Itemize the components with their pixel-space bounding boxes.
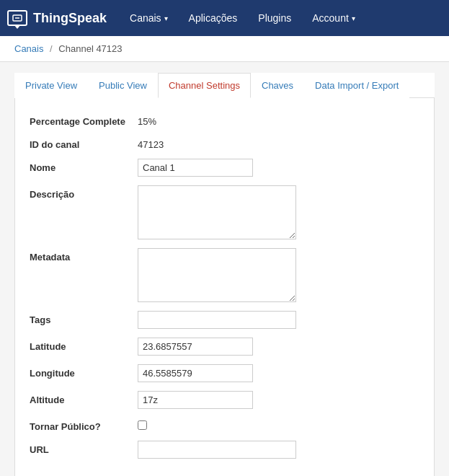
- nav-item-aplicacoes[interactable]: Aplicações: [180, 2, 246, 34]
- field-nome: Nome: [30, 159, 419, 177]
- label-metadata: Metadata: [30, 248, 138, 263]
- nav-item-canais[interactable]: Canais ▾: [121, 2, 177, 34]
- breadcrumb-root[interactable]: Canais: [14, 43, 43, 54]
- label-descricao: Descrição: [30, 185, 138, 200]
- input-latitude[interactable]: [138, 338, 253, 356]
- breadcrumb-current: Channel 47123: [58, 43, 122, 54]
- field-url: URL: [30, 441, 419, 459]
- nav-menu: Canais ▾ Aplicações Plugins Account ▾: [121, 2, 364, 34]
- textarea-descricao[interactable]: [138, 185, 296, 239]
- input-longitude[interactable]: [138, 364, 253, 382]
- label-id-canal: ID do canal: [30, 136, 138, 150]
- value-percentage-complete: 15%: [138, 113, 156, 127]
- brand-logo[interactable]: ThingSpeak: [7, 10, 107, 26]
- breadcrumb: Canais / Channel 47123: [0, 36, 449, 62]
- nav-link-account[interactable]: Account ▾: [303, 2, 364, 34]
- tab-private-view[interactable]: Private View: [14, 73, 88, 98]
- input-tags[interactable]: [138, 311, 296, 329]
- navbar: ThingSpeak Canais ▾ Aplicações Plugins A…: [0, 0, 449, 36]
- field-altitude: Altitude: [30, 391, 419, 409]
- account-caret-icon: ▾: [352, 14, 355, 22]
- nav-link-plugins[interactable]: Plugins: [249, 2, 300, 34]
- field-longitude: Longitude: [30, 364, 419, 382]
- field-tornar-publico: Tornar Público?: [30, 418, 419, 432]
- tab-public-view[interactable]: Public View: [88, 73, 158, 98]
- nav-link-aplicacoes[interactable]: Aplicações: [180, 2, 246, 34]
- input-nome[interactable]: [138, 159, 253, 177]
- field-id-canal: ID do canal 47123: [30, 136, 419, 150]
- field-metadata: Metadata: [30, 248, 419, 302]
- tab-bar: Private View Public View Channel Setting…: [14, 73, 435, 98]
- form-panel: Percentage Complete 15% ID do canal 4712…: [14, 98, 435, 476]
- tab-channel-settings[interactable]: Channel Settings: [158, 73, 251, 98]
- field-percentage-complete: Percentage Complete 15%: [30, 113, 419, 127]
- input-altitude[interactable]: [138, 391, 253, 409]
- value-id-canal: 47123: [138, 136, 164, 150]
- breadcrumb-separator: /: [50, 43, 53, 54]
- nav-link-canais[interactable]: Canais ▾: [121, 2, 177, 34]
- input-url[interactable]: [138, 441, 296, 459]
- tab-data-import-export[interactable]: Data Import / Export: [304, 73, 409, 98]
- label-altitude: Altitude: [30, 391, 138, 405]
- caret-icon: ▾: [164, 14, 168, 22]
- label-percentage-complete: Percentage Complete: [30, 113, 138, 127]
- nav-item-plugins[interactable]: Plugins: [249, 2, 300, 34]
- main-content: Private View Public View Channel Setting…: [0, 62, 449, 476]
- textarea-metadata[interactable]: [138, 248, 296, 302]
- field-latitude: Latitude: [30, 338, 419, 356]
- field-descricao: Descrição: [30, 185, 419, 239]
- label-latitude: Latitude: [30, 338, 138, 352]
- label-nome: Nome: [30, 159, 138, 173]
- field-tags: Tags: [30, 311, 419, 329]
- label-tags: Tags: [30, 311, 138, 325]
- brand-name: ThingSpeak: [33, 11, 107, 26]
- nav-item-account[interactable]: Account ▾: [303, 2, 364, 34]
- checkbox-tornar-publico[interactable]: [138, 420, 147, 430]
- brand-icon: [7, 10, 27, 26]
- label-url: URL: [30, 441, 138, 455]
- label-longitude: Longitude: [30, 364, 138, 379]
- label-tornar-publico: Tornar Público?: [30, 418, 138, 432]
- tab-chaves[interactable]: Chaves: [251, 73, 304, 98]
